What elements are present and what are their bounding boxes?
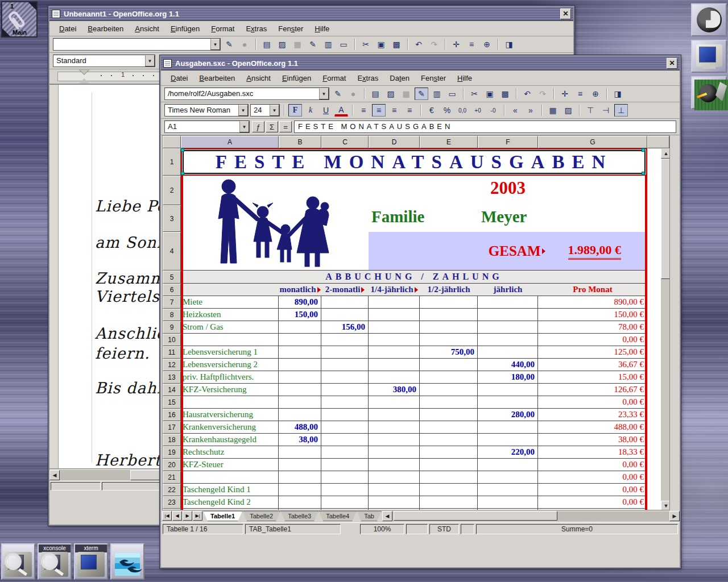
cell-C10[interactable] [321, 334, 369, 346]
cell-D12[interactable] [369, 359, 420, 371]
cell-E15[interactable] [420, 396, 478, 408]
row-header-1[interactable]: 1 [163, 148, 181, 176]
next-sheet-icon[interactable]: ▶ [183, 511, 192, 521]
calc-url-combo[interactable]: /home/rolf2/Ausgaben.sxc ▼ [164, 88, 329, 100]
cell-B17[interactable]: 488,00 [279, 421, 321, 433]
freq-header-6[interactable]: Pro Monat [538, 284, 647, 296]
cell-G18[interactable]: 38,00 € [538, 434, 647, 446]
align-justify-icon[interactable]: ≡ [403, 104, 416, 117]
cell-E11[interactable]: 750,00 [420, 346, 478, 358]
menu-bearbeiten[interactable]: Bearbeiten [82, 23, 129, 35]
cell-G14[interactable]: 126,67 € [538, 384, 647, 396]
print-file-icon[interactable]: ▥ [321, 38, 335, 51]
cell-C17[interactable] [321, 421, 369, 433]
chevron-down-icon[interactable]: ▼ [145, 55, 155, 66]
cell-C13[interactable] [321, 371, 369, 383]
cell-B10[interactable] [279, 334, 321, 346]
indent-marker-icon[interactable] [79, 78, 89, 84]
cell-C8[interactable] [321, 309, 369, 321]
writer-url-combo[interactable]: ▼ [53, 38, 221, 51]
vertical-scrollbar[interactable]: ▲ ▼ [661, 148, 670, 510]
cell-A6[interactable] [181, 284, 279, 296]
previous-sheet-icon[interactable]: ◀ [172, 511, 182, 521]
cut-icon[interactable]: ✂ [468, 88, 481, 100]
family-label-cell[interactable]: Familie [371, 207, 424, 226]
cell-C19[interactable] [321, 446, 369, 458]
row-header-7[interactable]: 7 [163, 296, 181, 309]
number-standard-icon[interactable]: 0,0 [456, 104, 469, 117]
font-name-value[interactable]: Times New Roman [165, 105, 238, 116]
frequency-header-row[interactable]: monatlich2-monatli1/4-jährlich1/2-jährli… [181, 284, 647, 296]
sheet-tab-tabelle3[interactable]: Tabelle3 [280, 511, 318, 521]
row-header-8[interactable]: 8 [163, 309, 181, 321]
cell-E12[interactable] [420, 359, 478, 371]
section-header-row[interactable]: ABBUCHUNG / ZAHLUNG [181, 271, 647, 284]
cell-E19[interactable] [420, 446, 478, 458]
menu-bearbeiten[interactable]: Bearbeiten [194, 72, 240, 84]
cell-C22[interactable] [321, 484, 369, 496]
cell-C21[interactable] [321, 471, 369, 483]
year-cell[interactable]: 2003 [478, 178, 538, 198]
cell-F7[interactable] [478, 296, 538, 308]
chevron-down-icon[interactable]: ▼ [270, 105, 279, 116]
cell-E21[interactable] [420, 471, 478, 483]
cell-reference[interactable]: A1 [165, 121, 239, 132]
menu-extras[interactable]: Extras [241, 23, 272, 35]
stop-loading-icon[interactable]: ● [346, 88, 360, 100]
add-decimal-icon[interactable]: +0 [471, 104, 485, 117]
undo-icon[interactable]: ↶ [520, 88, 534, 100]
font-size-combo[interactable]: 24 ▼ [250, 104, 280, 117]
cell-A21[interactable] [181, 471, 279, 483]
last-sheet-icon[interactable]: ▶| [193, 511, 202, 521]
cell-A14[interactable]: KFZ-Versicherung [181, 384, 279, 396]
menu-ansicht[interactable]: Ansicht [241, 72, 276, 84]
cell-F15[interactable] [478, 396, 538, 408]
cell-A11[interactable]: Lebensversicherung 1 [181, 346, 279, 358]
cell-C7[interactable] [321, 296, 369, 308]
cell-A24[interactable]: Taschengeld Kind 3 [181, 509, 279, 510]
cell-B8[interactable]: 150,00 [279, 309, 321, 321]
menu-hilfe[interactable]: Hilfe [452, 72, 477, 84]
edit-file-icon[interactable]: ✎ [306, 38, 320, 51]
close-icon[interactable]: ✕ [560, 9, 571, 19]
copy-icon[interactable]: ▣ [483, 88, 497, 100]
first-sheet-icon[interactable]: |◀ [162, 511, 172, 521]
cell-D17[interactable] [369, 421, 420, 433]
cell-B23[interactable] [279, 496, 321, 508]
menu-format[interactable]: Format [317, 72, 351, 84]
cell-A9[interactable]: Strom / Gas [181, 321, 279, 333]
number-currency-icon[interactable]: € [425, 104, 439, 117]
cell-F21[interactable] [478, 471, 538, 483]
scroll-right-icon[interactable]: ▶ [669, 511, 680, 521]
sheet-tab-tab[interactable]: Tab [357, 511, 382, 521]
cell-A22[interactable]: Taschengeld Kind 1 [181, 484, 279, 496]
cell-A13[interactable]: priv. Haftpflichtvers. [181, 371, 279, 383]
close-icon[interactable]: ✕ [667, 58, 677, 69]
row-header-18[interactable]: 18 [163, 434, 181, 446]
hyperlink-icon[interactable]: ⊕ [480, 38, 494, 51]
increase-indent-icon[interactable]: » [524, 104, 537, 117]
url-input[interactable] [53, 39, 210, 50]
calc-titlebar[interactable]: Ausgaben.sxc - OpenOffice.org 1.1 ✕ [161, 56, 680, 70]
cell-G16[interactable]: 23,33 € [538, 409, 647, 421]
cell-D18[interactable] [369, 434, 420, 446]
paste-icon[interactable]: ▩ [390, 38, 403, 51]
sheet-tab-tabelle1[interactable]: Tabelle1 [203, 511, 242, 521]
row-header-14[interactable]: 14 [163, 384, 181, 396]
row-header-2[interactable]: 2 [163, 176, 181, 205]
cell-F24[interactable] [478, 509, 538, 510]
cell-D24[interactable] [369, 509, 420, 510]
redo-icon[interactable]: ↷ [536, 88, 549, 100]
cell-G11[interactable]: 125,00 € [538, 346, 647, 358]
save-icon[interactable]: ▦ [291, 38, 304, 51]
total-label-cell[interactable]: GESAM [489, 243, 545, 259]
cell-C9[interactable]: 156,00 [321, 321, 369, 333]
cell-G8[interactable]: 150,00 € [538, 309, 647, 321]
load-url-icon[interactable]: ✎ [222, 38, 236, 51]
cell-G17[interactable]: 488,00 € [538, 421, 647, 433]
grid-corner[interactable] [163, 136, 181, 148]
borders-icon[interactable]: ▦ [546, 104, 560, 117]
menu-einfgen[interactable]: Einfügen [277, 72, 316, 84]
selection-handle[interactable] [181, 172, 184, 175]
cell-C23[interactable] [321, 496, 369, 508]
